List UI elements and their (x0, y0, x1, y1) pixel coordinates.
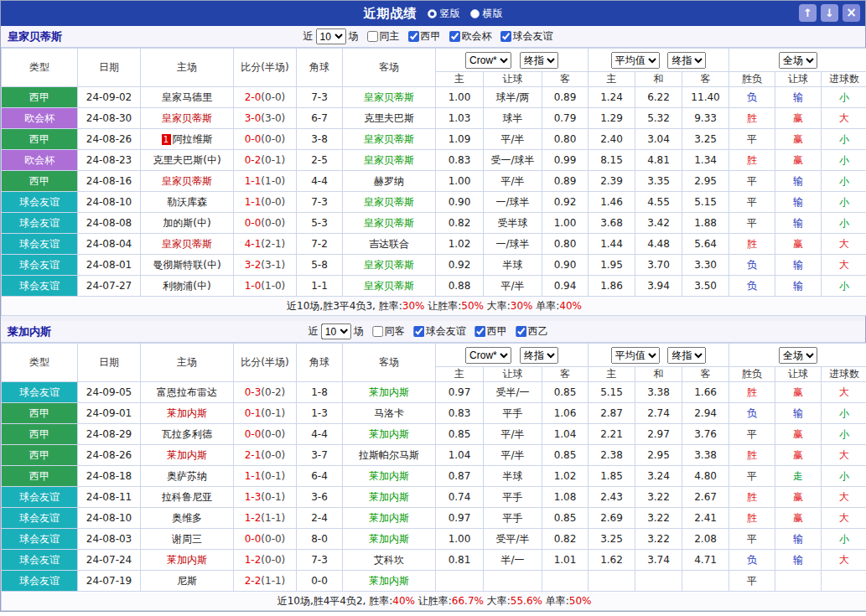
competition-type: 球会友谊 (2, 192, 78, 213)
halftime-score: (0-0) (261, 449, 285, 461)
same-away-checkbox[interactable] (372, 326, 383, 337)
friendly-checkbox[interactable] (413, 326, 424, 337)
odds-home: 1.44 (589, 234, 635, 255)
handicap-home-odds (436, 571, 484, 592)
match-date: 24-08-30 (78, 108, 141, 129)
average-stage-select[interactable]: 终指 (667, 52, 706, 69)
handicap-away-odds (542, 571, 589, 592)
home-team: 奥维多 (141, 508, 234, 529)
match-date: 24-08-04 (78, 234, 141, 255)
panel-up-button[interactable]: ↑ (799, 4, 817, 22)
sub-col: 客 (682, 367, 729, 382)
odds-away: 4.80 (682, 466, 729, 487)
odds-draw: 3.24 (635, 466, 682, 487)
average-select[interactable]: 平均值 (611, 52, 660, 69)
halftime-score: (0-1) (261, 491, 285, 503)
close-icon: × (846, 7, 857, 19)
filter-option-laliga[interactable]: 西甲 (474, 324, 507, 339)
radio-selected-icon (428, 9, 437, 18)
result-goals: 小 (822, 150, 866, 171)
odds-away: 2.08 (682, 529, 729, 550)
layout-radio-vertical[interactable]: 竖版 (428, 7, 460, 21)
result-handicap: 输 (775, 529, 822, 550)
odds-company-select[interactable]: Crow* (465, 347, 511, 364)
home-team-name: 瓦拉多利德 (162, 428, 212, 440)
fulltime-score: 1-2 (245, 512, 262, 524)
conference-checkbox[interactable] (449, 31, 460, 42)
recent-count-select[interactable]: 10 (316, 28, 346, 44)
fulltime-score: 0-2 (245, 154, 262, 166)
handicap-home-odds: 1.09 (436, 129, 484, 150)
friendly-checkbox[interactable] (500, 31, 511, 42)
handicap-home-odds: 0.92 (436, 255, 484, 276)
competition-type: 西甲 (2, 424, 78, 445)
odds-stage-select[interactable]: 终指 (520, 52, 558, 69)
panel-close-button[interactable]: × (843, 4, 860, 22)
laliga2-checkbox[interactable] (516, 326, 526, 337)
col-away: 客场 (343, 344, 436, 382)
match-date: 24-08-26 (78, 445, 141, 466)
match-row: 球会友谊24-08-11拉科鲁尼亚1-3(0-1)3-6莱加内斯0.74平手1.… (2, 487, 866, 508)
corner-score: 3-6 (297, 487, 343, 508)
col-corner: 角球 (297, 49, 343, 87)
odds-home: 2.21 (589, 424, 635, 445)
filter-label: 球会友谊 (513, 29, 553, 44)
match-row: 西甲24-08-29瓦拉多利德0-0(0-0)4-4莱加内斯0.85平/半1.0… (2, 424, 866, 445)
panel-down-button[interactable]: ↓ (821, 4, 838, 22)
layout-radio-horizontal[interactable]: 横版 (470, 7, 503, 21)
handicap-away-odds: 0.79 (542, 108, 589, 129)
filter-label: 同客 (385, 324, 405, 339)
match-row: 西甲24-08-26莱加内斯2-1(0-0)3-7拉斯帕尔马斯1.04平/半0.… (2, 445, 866, 466)
result-goals: 小 (822, 466, 866, 487)
filter-option-same-home[interactable]: 同主 (367, 29, 400, 44)
filter-option-laliga2[interactable]: 西乙 (516, 324, 548, 339)
laliga-checkbox[interactable] (474, 326, 485, 337)
corner-score: 0-0 (297, 571, 343, 592)
handicap-home-odds: 0.87 (436, 466, 484, 487)
away-team: 皇家贝蒂斯 (343, 87, 436, 108)
col-type: 类型 (2, 49, 78, 87)
odds-draw: 5.32 (635, 108, 682, 129)
score: 2-0(0-0) (234, 87, 297, 108)
away-team: 皇家贝蒂斯 (343, 150, 436, 171)
score: 0-0(0-0) (234, 529, 297, 550)
handicap-home-odds: 1.04 (436, 445, 484, 466)
halftime-score: (3-1) (261, 259, 285, 271)
filter-option-conference[interactable]: 欧会杯 (449, 29, 492, 44)
sub-col: 主 (436, 367, 484, 382)
filter-option-laliga[interactable]: 西甲 (408, 29, 441, 44)
same-home-checkbox[interactable] (367, 31, 378, 42)
odds-stage-select[interactable]: 终指 (520, 347, 558, 364)
average-select[interactable]: 平均值 (611, 347, 660, 364)
result-handicap: 赢 (775, 487, 822, 508)
away-team-name: 马洛卡 (374, 407, 404, 419)
filter-option-friendly[interactable]: 球会友谊 (500, 29, 553, 44)
scope-select[interactable]: 全场 (779, 347, 817, 364)
panel-title: 近期战绩 (364, 6, 417, 22)
result-goals: 小 (822, 171, 866, 192)
summary-segment: 40% (392, 595, 415, 607)
home-team-name: 阿拉维斯 (173, 133, 213, 145)
result-handicap: 输 (775, 276, 822, 297)
away-team-name: 皇家贝蒂斯 (364, 91, 414, 103)
odds-away: 1.66 (682, 382, 729, 403)
filter-option-same-away[interactable]: 同客 (372, 324, 405, 339)
odds-away: 5.15 (682, 192, 729, 213)
average-stage-select[interactable]: 终指 (667, 347, 706, 364)
handicap-home-odds: 0.82 (436, 213, 484, 234)
scope-select[interactable]: 全场 (779, 52, 817, 69)
result-winloss: 胜 (729, 382, 775, 403)
odds-draw: 2.97 (635, 424, 682, 445)
summary-0: 近10场,胜3平4负3, 胜率:30% 让胜率:50% 大率:30% 单率:40… (2, 297, 866, 316)
filter-option-friendly[interactable]: 球会友谊 (413, 324, 466, 339)
recent-results-panel: 近期战绩 竖版 横版 ↑ ↓ × 皇家贝蒂斯 近 10 场 同主 西甲 (0, 0, 866, 612)
competition-type: 西甲 (2, 445, 78, 466)
odds-company-select[interactable]: Crow* (465, 52, 511, 69)
sub-col: 客 (682, 72, 729, 87)
radio-vertical-label: 竖版 (440, 7, 460, 21)
laliga-checkbox[interactable] (408, 31, 419, 42)
away-team: 克里夫巴斯 (343, 108, 436, 129)
corner-score: 7-3 (297, 87, 343, 108)
recent-count-select[interactable]: 10 (321, 324, 351, 339)
corner-score: 7-3 (297, 192, 343, 213)
